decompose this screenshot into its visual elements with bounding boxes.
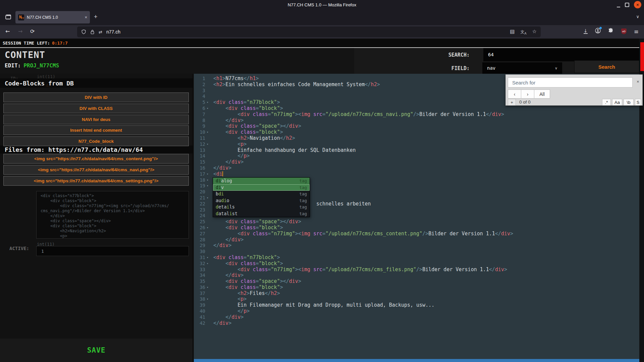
forward-button[interactable]: → bbox=[18, 28, 22, 35]
fold-marker-icon[interactable]: ▾ bbox=[205, 195, 213, 201]
line-number: 2 bbox=[194, 82, 205, 88]
fold-marker-icon[interactable]: ▾ bbox=[205, 261, 213, 267]
code-text: <h2>Ein schnelles einfaches Code Managem… bbox=[213, 82, 380, 88]
fold-marker-icon[interactable]: ▾ bbox=[205, 285, 213, 291]
new-tab-button[interactable]: + bbox=[94, 13, 98, 20]
find-option-button[interactable]: .* bbox=[602, 99, 611, 106]
autocomplete-item[interactable]: dialogtag bbox=[213, 178, 310, 184]
find-option-button[interactable]: Aa bbox=[612, 99, 622, 106]
editor-line: 26▾ <div class="block"> bbox=[194, 225, 639, 231]
fold-marker-icon[interactable]: ▾ bbox=[205, 129, 213, 135]
line-number: 17 bbox=[194, 171, 205, 177]
field-label: FIELD: bbox=[354, 65, 470, 71]
line-number: 26 bbox=[194, 225, 205, 231]
fold-marker-icon[interactable]: ▾ bbox=[205, 225, 213, 231]
tab-close-icon[interactable]: × bbox=[85, 15, 87, 20]
code-editor[interactable]: 1<h1>N77cms</h1>2<h2>Ein schnelles einfa… bbox=[194, 74, 639, 359]
code-text: </div> bbox=[213, 165, 231, 171]
account-icon[interactable] bbox=[595, 28, 601, 35]
bookmark-star-icon[interactable]: ☆ bbox=[532, 28, 537, 35]
fold-marker-icon[interactable]: ▾ bbox=[205, 106, 213, 112]
field-select[interactable]: nav ∨ bbox=[482, 62, 562, 74]
code-block-button[interactable]: DIV with CLASS bbox=[3, 104, 189, 113]
tab-bar: N77 N77.CH CMS 1.0 × + ∨ bbox=[0, 9, 644, 25]
code-text: <div class="space"></div> bbox=[213, 279, 301, 285]
gutter-spacer bbox=[205, 135, 213, 141]
minimize-button[interactable] bbox=[617, 4, 620, 7]
find-option-button[interactable]: S bbox=[635, 99, 641, 106]
hamburger-menu-icon[interactable]: ≡ bbox=[634, 28, 639, 35]
file-img-button[interactable]: <img src="https://n77.ch/data/nav/64/cms… bbox=[3, 176, 189, 186]
code-blocks-heading: Code-Blocks from DB bbox=[0, 78, 193, 88]
maximize-button[interactable] bbox=[625, 3, 629, 7]
line-number: 39 bbox=[194, 302, 205, 308]
line-number: 15 bbox=[194, 159, 205, 165]
downloads-icon[interactable]: ↓ bbox=[584, 29, 588, 34]
save-button[interactable]: SAVE bbox=[87, 346, 106, 354]
search-button[interactable]: Search bbox=[574, 60, 639, 73]
lock-icon[interactable] bbox=[90, 29, 95, 35]
autocomplete-item[interactable]: divtag bbox=[213, 184, 310, 191]
extensions-puzzle-icon[interactable] bbox=[608, 28, 614, 35]
fold-marker-icon[interactable]: ▾ bbox=[205, 171, 213, 177]
fold-marker-icon[interactable]: ▾ bbox=[205, 177, 213, 183]
find-all-button[interactable]: All bbox=[534, 89, 550, 99]
tab-n77-cms[interactable]: N77 N77.CH CMS 1.0 × bbox=[15, 11, 90, 23]
autocomplete-item[interactable]: datalisttag bbox=[213, 210, 310, 217]
url-bar[interactable]: ⇄ n77.ch ▤ 文A ☆ bbox=[77, 26, 541, 37]
fold-marker-icon[interactable]: ▾ bbox=[205, 183, 213, 189]
code-block-button[interactable]: N77_Code_block bbox=[3, 136, 189, 146]
find-option-button[interactable]: \b bbox=[624, 99, 634, 106]
active-input[interactable]: 1 bbox=[36, 246, 189, 256]
fold-marker-icon[interactable]: ▾ bbox=[205, 141, 213, 147]
find-prev-button[interactable]: ‹ bbox=[508, 89, 521, 99]
window-titlebar: N77.CH CMS 1.0 — Mozilla Firefox ✕ bbox=[0, 0, 644, 9]
line-number: 16 bbox=[194, 165, 205, 171]
fold-marker-icon[interactable]: ▾ bbox=[205, 255, 213, 261]
find-input[interactable]: Search for bbox=[508, 77, 633, 87]
hint-kind-label: tag bbox=[299, 184, 307, 191]
autocomplete-dropdown: dialogtagdivtagbditagaudiotagdetailstagd… bbox=[213, 177, 310, 217]
vertical-scrollbar-thumb[interactable] bbox=[640, 42, 644, 71]
line-number: 32 bbox=[194, 261, 205, 267]
code-block-button[interactable]: Insert html end comment bbox=[3, 125, 189, 135]
find-close-icon[interactable]: × bbox=[637, 79, 639, 84]
permissions-icon[interactable]: ⇄ bbox=[99, 29, 102, 35]
line-number: 18 bbox=[194, 177, 205, 183]
line-number: 9 bbox=[194, 123, 205, 129]
line-number: 35 bbox=[194, 279, 205, 285]
autocomplete-item[interactable]: detailstag bbox=[213, 204, 310, 210]
code-block-button[interactable]: NAVI for deus bbox=[3, 115, 189, 124]
edit-row: EDIT:PROJ_N77CMS bbox=[5, 62, 59, 69]
content-textarea[interactable]: <div class="n77block"> <div class="block… bbox=[36, 191, 189, 239]
editor-line: 38▾ <p> bbox=[194, 296, 639, 302]
back-button[interactable]: ← bbox=[5, 28, 10, 35]
find-highlight-button[interactable]: + bbox=[508, 99, 516, 106]
line-number: 42 bbox=[194, 320, 205, 326]
reload-button[interactable]: ⟳ bbox=[30, 28, 35, 35]
autocomplete-item[interactable]: audiotag bbox=[213, 197, 310, 204]
file-img-button[interactable]: <img src="https://n77.ch/data/nav/64/cms… bbox=[3, 165, 189, 175]
firefox-view-icon[interactable] bbox=[5, 14, 11, 21]
code-text: <div class="block"> bbox=[213, 225, 283, 231]
code-block-button[interactable]: DIV with ID bbox=[3, 93, 189, 102]
file-img-button[interactable]: <img src="https://n77.ch/data/nav/64/cms… bbox=[3, 154, 189, 164]
fold-marker-icon[interactable]: ▾ bbox=[205, 296, 213, 302]
list-tabs-chevron-icon[interactable]: ∨ bbox=[636, 14, 639, 19]
line-number: 8 bbox=[194, 118, 205, 124]
autocomplete-item[interactable]: bditag bbox=[213, 191, 310, 197]
tracking-shield-icon[interactable] bbox=[81, 29, 86, 35]
ublock-origin-icon[interactable]: uO bbox=[621, 28, 627, 34]
reader-view-icon[interactable]: ▤ bbox=[510, 28, 515, 35]
window-title: N77.CH CMS 1.0 — Mozilla Firefox bbox=[288, 2, 356, 7]
screen: N77.CH CMS 1.0 — Mozilla Firefox ✕ N77 N… bbox=[0, 0, 644, 362]
code-text: Einfache handhabung der SQL Datenbanken bbox=[213, 147, 356, 154]
find-next-button[interactable]: › bbox=[521, 89, 534, 99]
translate-icon[interactable]: 文A bbox=[520, 28, 526, 35]
url-text[interactable]: n77.ch bbox=[106, 29, 120, 35]
editor-line: 42</div> bbox=[194, 320, 639, 326]
close-button[interactable]: ✕ bbox=[634, 1, 641, 8]
search-input[interactable]: 64 bbox=[483, 48, 639, 61]
fold-marker-icon[interactable]: ▾ bbox=[205, 100, 213, 106]
horizontal-scrollbar-thumb[interactable] bbox=[194, 359, 639, 362]
